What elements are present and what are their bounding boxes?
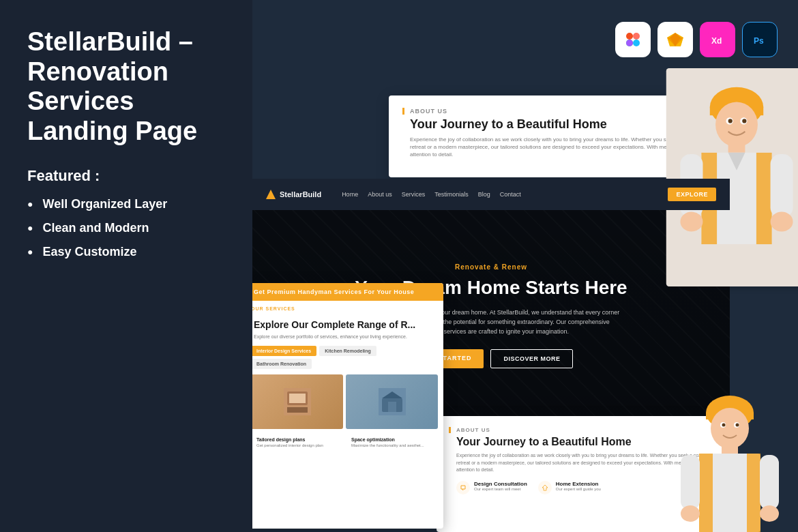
nav-logo: StellarBuild bbox=[266, 190, 321, 199]
lp-tab-interior[interactable]: Interior Design Services bbox=[252, 346, 316, 356]
acb-feature-1: Design Consultation Our expert team will… bbox=[456, 481, 527, 494]
lp-services-desc: Explore our diverse portfolio of service… bbox=[252, 334, 443, 346]
figma-icon[interactable] bbox=[615, 22, 651, 57]
svg-text:Xd: Xd bbox=[711, 36, 722, 46]
svg-point-17 bbox=[715, 102, 758, 147]
svg-point-43 bbox=[711, 408, 749, 449]
svg-point-30 bbox=[742, 119, 746, 123]
feature-item-2: Clean and Modern bbox=[27, 221, 225, 235]
left-panel: StellarBuild – Renovation Services Landi… bbox=[0, 0, 252, 532]
nav-links: Home About us Services Testimonials Blog… bbox=[342, 191, 668, 198]
lp-img-desc-2: Maximize the functionality and aesthet..… bbox=[346, 443, 438, 449]
svg-text:Ps: Ps bbox=[754, 36, 764, 46]
nav-logo-text: StellarBuild bbox=[280, 190, 321, 198]
ps-icon[interactable]: Ps bbox=[742, 22, 778, 57]
feature-list: Well Organized Layer Clean and Modern Ea… bbox=[27, 197, 225, 259]
svg-marker-39 bbox=[542, 485, 548, 490]
svg-rect-33 bbox=[289, 394, 306, 403]
svg-rect-38 bbox=[388, 402, 396, 412]
xd-icon[interactable]: Xd bbox=[700, 22, 735, 57]
feature-item-3: Easy Customize bbox=[27, 245, 225, 259]
svg-point-4 bbox=[633, 40, 640, 46]
lp-services-title: Explore Our Complete Range of R... bbox=[252, 312, 443, 334]
lp-tab-bathroom[interactable]: Bathroom Renovation bbox=[252, 359, 312, 369]
hero-discover-more-button[interactable]: DISCOVER MORE bbox=[490, 349, 573, 368]
svg-rect-0 bbox=[626, 33, 633, 40]
acb-feat-desc-1: Our expert team will meet bbox=[474, 487, 527, 492]
lp-tab-kitchen[interactable]: Kitchen Remodeling bbox=[319, 346, 376, 356]
page-title: StellarBuild – Renovation Services Landi… bbox=[27, 27, 225, 147]
lp-image-2 bbox=[346, 374, 438, 429]
lp-image-1 bbox=[252, 374, 343, 429]
about-title-top: Your Journey to a Beautiful Home bbox=[402, 117, 703, 132]
lp-header: Get Premium Handyman Services For Your H… bbox=[252, 283, 443, 301]
acb-feat-title-1: Design Consultation bbox=[474, 481, 527, 487]
acb-feat-title-2: Home Extension bbox=[556, 481, 601, 487]
svg-rect-5 bbox=[626, 40, 633, 46]
svg-rect-1 bbox=[633, 33, 640, 40]
svg-point-26 bbox=[771, 212, 793, 232]
nav-link-about[interactable]: About us bbox=[368, 191, 392, 198]
svg-rect-46 bbox=[699, 454, 713, 532]
nav-link-blog[interactable]: Blog bbox=[478, 191, 490, 198]
preview-area: ABOUT US Your Journey to a Beautiful Hom… bbox=[252, 0, 798, 532]
svg-point-29 bbox=[728, 119, 733, 123]
svg-rect-48 bbox=[681, 455, 700, 509]
acb-feat-desc-2: Our expert will guide you bbox=[556, 487, 601, 492]
lp-img-desc-1: Get personalized interior design plan bbox=[252, 443, 343, 449]
about-label-top: ABOUT US bbox=[402, 108, 703, 115]
feature-item-1: Well Organized Layer bbox=[27, 197, 225, 211]
worker-image-bottom bbox=[668, 382, 791, 532]
svg-point-50 bbox=[681, 505, 700, 522]
tool-icons-group: Xd Ps bbox=[615, 22, 778, 57]
nav-logo-icon bbox=[266, 190, 276, 199]
lp-images bbox=[252, 374, 443, 434]
svg-rect-24 bbox=[771, 154, 793, 218]
worker-image-top bbox=[662, 68, 798, 286]
lp-img-label-1: Tailored design plans bbox=[252, 434, 343, 443]
svg-point-54 bbox=[722, 424, 726, 427]
acb-feature-2: Home Extension Our expert will guide you bbox=[538, 481, 601, 494]
nav-link-services[interactable]: Services bbox=[402, 191, 426, 198]
lp-tabs: Interior Design Services Kitchen Remodel… bbox=[252, 346, 443, 374]
nav-link-contact[interactable]: Contact bbox=[500, 191, 521, 198]
nav-cta-button[interactable]: EXPLORE bbox=[668, 188, 716, 201]
left-preview-card: Get Premium Handyman Services For Your H… bbox=[252, 283, 443, 529]
sketch-icon[interactable] bbox=[657, 22, 693, 57]
lp-section-label: OUR SERVICES bbox=[252, 301, 443, 312]
svg-point-55 bbox=[736, 424, 739, 427]
navbar: StellarBuild Home About us Services Test… bbox=[252, 179, 730, 210]
nav-link-home[interactable]: Home bbox=[342, 191, 358, 198]
hero-tag: Renovate & Renew bbox=[455, 263, 527, 271]
design-consultation-icon bbox=[456, 481, 470, 494]
svg-rect-47 bbox=[747, 454, 760, 532]
nav-link-testimonials[interactable]: Testimonials bbox=[434, 191, 469, 198]
lp-img-label-2: Space optimization bbox=[346, 434, 438, 443]
about-text-top: Experience the joy of collaboration as w… bbox=[402, 136, 703, 159]
svg-rect-21 bbox=[756, 153, 772, 244]
svg-rect-49 bbox=[760, 455, 779, 509]
home-extension-icon bbox=[538, 481, 552, 494]
svg-point-51 bbox=[760, 505, 779, 522]
svg-point-25 bbox=[680, 212, 703, 232]
svg-rect-34 bbox=[287, 407, 308, 413]
featured-label: Featured : bbox=[27, 167, 225, 185]
